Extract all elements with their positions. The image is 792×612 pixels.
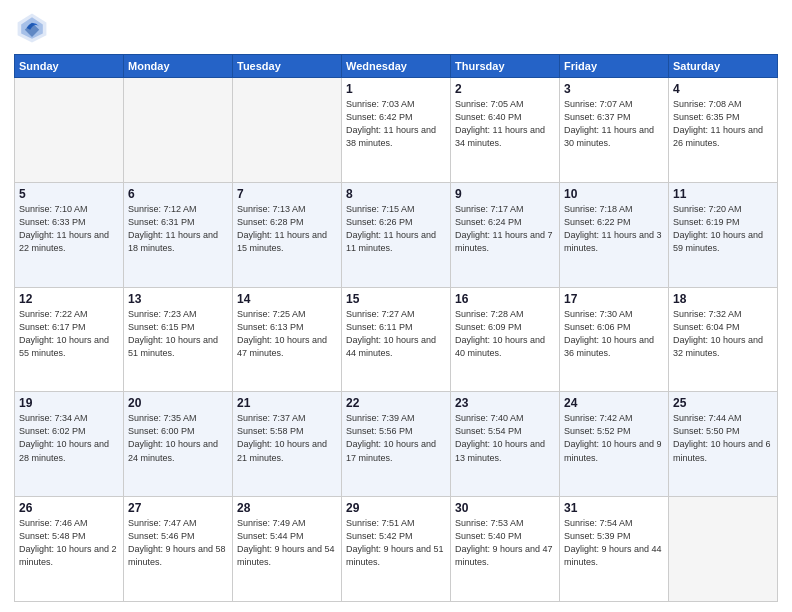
- calendar-week-row: 12 Sunrise: 7:22 AM Sunset: 6:17 PM Dayl…: [15, 287, 778, 392]
- page: SundayMondayTuesdayWednesdayThursdayFrid…: [0, 0, 792, 612]
- calendar-week-row: 5 Sunrise: 7:10 AM Sunset: 6:33 PM Dayli…: [15, 182, 778, 287]
- calendar-cell: 22 Sunrise: 7:39 AM Sunset: 5:56 PM Dayl…: [342, 392, 451, 497]
- calendar-cell: [233, 78, 342, 183]
- day-info: Sunrise: 7:18 AM Sunset: 6:22 PM Dayligh…: [564, 203, 664, 255]
- day-info: Sunrise: 7:32 AM Sunset: 6:04 PM Dayligh…: [673, 308, 773, 360]
- calendar-table: SundayMondayTuesdayWednesdayThursdayFrid…: [14, 54, 778, 602]
- day-number: 10: [564, 187, 664, 201]
- day-number: 2: [455, 82, 555, 96]
- day-number: 28: [237, 501, 337, 515]
- day-number: 1: [346, 82, 446, 96]
- day-number: 16: [455, 292, 555, 306]
- calendar-cell: 5 Sunrise: 7:10 AM Sunset: 6:33 PM Dayli…: [15, 182, 124, 287]
- day-info: Sunrise: 7:27 AM Sunset: 6:11 PM Dayligh…: [346, 308, 446, 360]
- day-info: Sunrise: 7:53 AM Sunset: 5:40 PM Dayligh…: [455, 517, 555, 569]
- calendar-cell: 9 Sunrise: 7:17 AM Sunset: 6:24 PM Dayli…: [451, 182, 560, 287]
- calendar-cell: 24 Sunrise: 7:42 AM Sunset: 5:52 PM Dayl…: [560, 392, 669, 497]
- day-info: Sunrise: 7:49 AM Sunset: 5:44 PM Dayligh…: [237, 517, 337, 569]
- day-info: Sunrise: 7:30 AM Sunset: 6:06 PM Dayligh…: [564, 308, 664, 360]
- calendar-cell: 3 Sunrise: 7:07 AM Sunset: 6:37 PM Dayli…: [560, 78, 669, 183]
- calendar-cell: [669, 497, 778, 602]
- calendar-cell: 18 Sunrise: 7:32 AM Sunset: 6:04 PM Dayl…: [669, 287, 778, 392]
- calendar-cell: 10 Sunrise: 7:18 AM Sunset: 6:22 PM Dayl…: [560, 182, 669, 287]
- calendar-cell: 13 Sunrise: 7:23 AM Sunset: 6:15 PM Dayl…: [124, 287, 233, 392]
- calendar-cell: 16 Sunrise: 7:28 AM Sunset: 6:09 PM Dayl…: [451, 287, 560, 392]
- weekday-header: Thursday: [451, 55, 560, 78]
- day-info: Sunrise: 7:17 AM Sunset: 6:24 PM Dayligh…: [455, 203, 555, 255]
- day-info: Sunrise: 7:46 AM Sunset: 5:48 PM Dayligh…: [19, 517, 119, 569]
- weekday-header: Tuesday: [233, 55, 342, 78]
- logo: [14, 10, 54, 46]
- calendar-cell: 27 Sunrise: 7:47 AM Sunset: 5:46 PM Dayl…: [124, 497, 233, 602]
- calendar-cell: 14 Sunrise: 7:25 AM Sunset: 6:13 PM Dayl…: [233, 287, 342, 392]
- day-info: Sunrise: 7:13 AM Sunset: 6:28 PM Dayligh…: [237, 203, 337, 255]
- day-number: 7: [237, 187, 337, 201]
- day-number: 13: [128, 292, 228, 306]
- day-info: Sunrise: 7:37 AM Sunset: 5:58 PM Dayligh…: [237, 412, 337, 464]
- day-number: 21: [237, 396, 337, 410]
- calendar-cell: 6 Sunrise: 7:12 AM Sunset: 6:31 PM Dayli…: [124, 182, 233, 287]
- day-info: Sunrise: 7:51 AM Sunset: 5:42 PM Dayligh…: [346, 517, 446, 569]
- calendar-week-row: 1 Sunrise: 7:03 AM Sunset: 6:42 PM Dayli…: [15, 78, 778, 183]
- calendar-cell: 29 Sunrise: 7:51 AM Sunset: 5:42 PM Dayl…: [342, 497, 451, 602]
- calendar-cell: [124, 78, 233, 183]
- day-number: 20: [128, 396, 228, 410]
- calendar-cell: 19 Sunrise: 7:34 AM Sunset: 6:02 PM Dayl…: [15, 392, 124, 497]
- day-info: Sunrise: 7:03 AM Sunset: 6:42 PM Dayligh…: [346, 98, 446, 150]
- calendar-cell: 17 Sunrise: 7:30 AM Sunset: 6:06 PM Dayl…: [560, 287, 669, 392]
- calendar-cell: 1 Sunrise: 7:03 AM Sunset: 6:42 PM Dayli…: [342, 78, 451, 183]
- day-info: Sunrise: 7:35 AM Sunset: 6:00 PM Dayligh…: [128, 412, 228, 464]
- day-info: Sunrise: 7:10 AM Sunset: 6:33 PM Dayligh…: [19, 203, 119, 255]
- day-number: 30: [455, 501, 555, 515]
- day-number: 12: [19, 292, 119, 306]
- day-info: Sunrise: 7:15 AM Sunset: 6:26 PM Dayligh…: [346, 203, 446, 255]
- weekday-header: Saturday: [669, 55, 778, 78]
- day-number: 9: [455, 187, 555, 201]
- day-number: 14: [237, 292, 337, 306]
- day-number: 11: [673, 187, 773, 201]
- day-number: 5: [19, 187, 119, 201]
- calendar-cell: 25 Sunrise: 7:44 AM Sunset: 5:50 PM Dayl…: [669, 392, 778, 497]
- calendar-cell: 11 Sunrise: 7:20 AM Sunset: 6:19 PM Dayl…: [669, 182, 778, 287]
- day-info: Sunrise: 7:25 AM Sunset: 6:13 PM Dayligh…: [237, 308, 337, 360]
- day-number: 17: [564, 292, 664, 306]
- calendar-cell: [15, 78, 124, 183]
- day-number: 25: [673, 396, 773, 410]
- day-info: Sunrise: 7:39 AM Sunset: 5:56 PM Dayligh…: [346, 412, 446, 464]
- day-number: 29: [346, 501, 446, 515]
- weekday-header: Wednesday: [342, 55, 451, 78]
- calendar-cell: 4 Sunrise: 7:08 AM Sunset: 6:35 PM Dayli…: [669, 78, 778, 183]
- calendar-week-row: 26 Sunrise: 7:46 AM Sunset: 5:48 PM Dayl…: [15, 497, 778, 602]
- day-info: Sunrise: 7:05 AM Sunset: 6:40 PM Dayligh…: [455, 98, 555, 150]
- calendar-cell: 30 Sunrise: 7:53 AM Sunset: 5:40 PM Dayl…: [451, 497, 560, 602]
- day-info: Sunrise: 7:08 AM Sunset: 6:35 PM Dayligh…: [673, 98, 773, 150]
- day-info: Sunrise: 7:28 AM Sunset: 6:09 PM Dayligh…: [455, 308, 555, 360]
- day-info: Sunrise: 7:22 AM Sunset: 6:17 PM Dayligh…: [19, 308, 119, 360]
- day-info: Sunrise: 7:34 AM Sunset: 6:02 PM Dayligh…: [19, 412, 119, 464]
- logo-icon: [14, 10, 50, 46]
- day-number: 6: [128, 187, 228, 201]
- day-info: Sunrise: 7:20 AM Sunset: 6:19 PM Dayligh…: [673, 203, 773, 255]
- day-number: 22: [346, 396, 446, 410]
- day-info: Sunrise: 7:23 AM Sunset: 6:15 PM Dayligh…: [128, 308, 228, 360]
- calendar-cell: 12 Sunrise: 7:22 AM Sunset: 6:17 PM Dayl…: [15, 287, 124, 392]
- calendar-cell: 23 Sunrise: 7:40 AM Sunset: 5:54 PM Dayl…: [451, 392, 560, 497]
- weekday-header: Friday: [560, 55, 669, 78]
- header: [14, 10, 778, 46]
- weekday-header: Monday: [124, 55, 233, 78]
- day-info: Sunrise: 7:42 AM Sunset: 5:52 PM Dayligh…: [564, 412, 664, 464]
- day-number: 19: [19, 396, 119, 410]
- day-number: 8: [346, 187, 446, 201]
- day-number: 23: [455, 396, 555, 410]
- calendar-cell: 8 Sunrise: 7:15 AM Sunset: 6:26 PM Dayli…: [342, 182, 451, 287]
- day-info: Sunrise: 7:44 AM Sunset: 5:50 PM Dayligh…: [673, 412, 773, 464]
- calendar-cell: 28 Sunrise: 7:49 AM Sunset: 5:44 PM Dayl…: [233, 497, 342, 602]
- calendar-cell: 2 Sunrise: 7:05 AM Sunset: 6:40 PM Dayli…: [451, 78, 560, 183]
- day-info: Sunrise: 7:40 AM Sunset: 5:54 PM Dayligh…: [455, 412, 555, 464]
- calendar-cell: 26 Sunrise: 7:46 AM Sunset: 5:48 PM Dayl…: [15, 497, 124, 602]
- calendar-cell: 20 Sunrise: 7:35 AM Sunset: 6:00 PM Dayl…: [124, 392, 233, 497]
- day-number: 26: [19, 501, 119, 515]
- day-number: 24: [564, 396, 664, 410]
- calendar-week-row: 19 Sunrise: 7:34 AM Sunset: 6:02 PM Dayl…: [15, 392, 778, 497]
- day-number: 31: [564, 501, 664, 515]
